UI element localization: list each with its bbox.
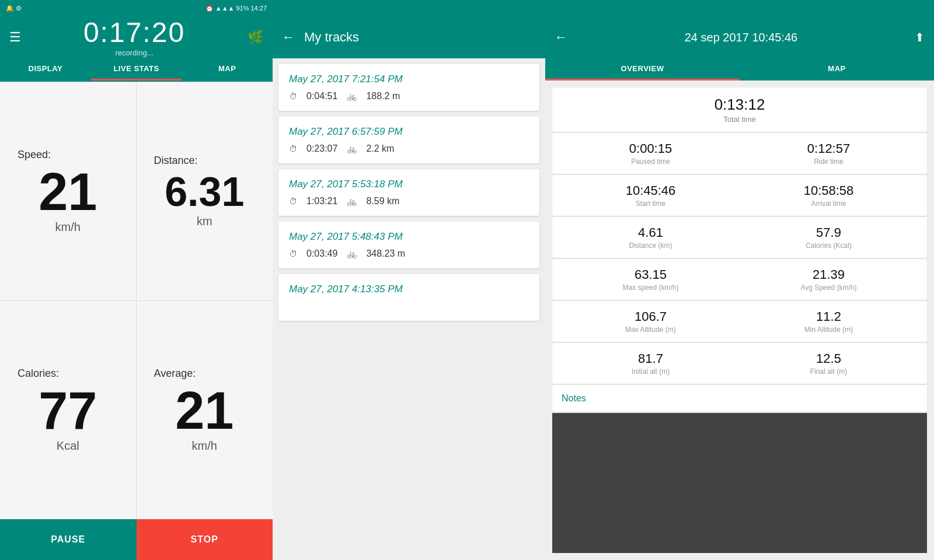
track-date-4: May 27, 2017 4:13:35 PM: [289, 284, 529, 295]
arrival-time-cell: 10:58:58 Arrival time: [740, 183, 918, 208]
initial-alt-label: Initial alt (m): [632, 368, 670, 376]
max-speed-label: Max speed (km/h): [622, 284, 678, 292]
speed-row: 63.15 Max speed (km/h) 21.39 Avg Speed (…: [562, 267, 918, 292]
start-time-label: Start time: [636, 200, 665, 208]
max-altitude-value: 106.7: [635, 309, 667, 324]
clock-icon-1: ⏱: [289, 144, 297, 153]
overview-tabs: OVERVIEW MAP: [545, 58, 934, 80]
track-item-1[interactable]: May 27, 2017 6:57:59 PM ⏱ 0:23:07 🚲 2.2 …: [278, 117, 539, 163]
notes-label[interactable]: Notes: [562, 393, 586, 403]
distance-unit: km: [197, 215, 212, 228]
notes-section[interactable]: Notes: [552, 385, 927, 412]
tab-map-3[interactable]: MAP: [740, 58, 934, 80]
track-item-2[interactable]: May 27, 2017 5:53:18 PM ⏱ 1:03:21 🚲 8.59…: [278, 169, 539, 216]
avg-speed-value: 21.39: [813, 267, 845, 282]
hamburger-icon[interactable]: ☰: [9, 13, 21, 45]
track-date-3: May 27, 2017 5:48:43 PM: [289, 231, 529, 243]
overview-content: 0:13:12 Total time 0:00:15 Paused time 0…: [545, 80, 934, 560]
distance-label: Distance:: [142, 155, 198, 167]
pause-button[interactable]: PAUSE: [0, 519, 137, 560]
max-speed-value: 63.15: [635, 267, 667, 282]
avg-speed-cell: 21.39 Avg Speed (km/h): [740, 267, 918, 292]
bike-icon-1: 🚲: [347, 144, 357, 153]
battery-text: 91%: [236, 5, 249, 12]
time-display-1: 14:27: [250, 5, 267, 12]
recording-label: recording...: [115, 48, 153, 57]
min-altitude-value: 11.2: [816, 309, 841, 324]
altitude-row: 106.7 Max Altitude (m) 11.2 Min Altitude…: [562, 309, 918, 334]
overview-title: 24 sep 2017 10:45:46: [567, 15, 915, 44]
time-details-row: 0:00:15 Paused time 0:12:57 Ride time: [562, 141, 918, 166]
distance-cell: Distance: 6.31 km: [137, 82, 273, 301]
track-distance-2: 8.59 km: [366, 196, 399, 206]
dist-cal-row: 4.61 Distance (km) 57.9 Calories (Kcal): [562, 225, 918, 250]
status-right: ⏰ ▲▲▲ 91% 14:27: [205, 5, 267, 12]
tab-display[interactable]: DISPLAY: [0, 58, 91, 80]
recording-header: 🔔 ⚙ ⏰ ▲▲▲ 91% 14:27 ☰ 0:17:20 recording.…: [0, 0, 273, 58]
paused-time-label: Paused time: [631, 158, 670, 166]
speed-value: 21: [39, 166, 97, 218]
total-time-card: 0:13:12 Total time: [552, 88, 927, 132]
calories-value: 77: [39, 384, 97, 437]
altitude-card: 106.7 Max Altitude (m) 11.2 Min Altitude…: [552, 301, 927, 342]
final-alt-value: 12.5: [816, 351, 841, 366]
max-altitude-cell: 106.7 Max Altitude (m): [562, 309, 740, 334]
track-date-0: May 27, 2017 7:21:54 PM: [289, 74, 529, 85]
calories-unit: Kcal: [57, 439, 79, 453]
signal-icon: ▲▲▲: [215, 5, 235, 12]
overview-header: ▲▲ ⊠⊠ ⚡ 📶 🔋 23:46 ← 24 sep 2017 10:45:46…: [545, 0, 934, 58]
back-button-3[interactable]: ←: [555, 13, 567, 45]
track-stats-0: ⏱ 0:04:51 🚲 188.2 m: [289, 91, 529, 102]
track-stats-3: ⏱ 0:03:49 🚲 348.23 m: [289, 249, 529, 259]
leaf-icon[interactable]: 🌿: [248, 13, 263, 45]
track-item-0[interactable]: May 27, 2017 7:21:54 PM ⏱ 0:04:51 🚲 188.…: [278, 64, 539, 111]
share-icon[interactable]: ⬆: [915, 14, 925, 44]
ride-time-cell: 0:12:57 Ride time: [740, 141, 918, 166]
time-details-card: 0:00:15 Paused time 0:12:57 Ride time: [552, 133, 927, 174]
ride-time-value: 0:12:57: [807, 141, 850, 156]
distance-cell-3: 4.61 Distance (km): [562, 225, 740, 250]
calories-cell: Calories: 77 Kcal: [0, 301, 137, 520]
panel1-tabs: DISPLAY LIVE STATS MAP: [0, 58, 273, 82]
average-unit: km/h: [192, 439, 217, 453]
track-distance-1: 2.2 km: [366, 144, 394, 154]
speed-unit: km/h: [55, 220, 81, 234]
final-alt-cell: 12.5 Final alt (m): [740, 351, 918, 376]
min-altitude-cell: 11.2 Min Altitude (m): [740, 309, 918, 334]
init-final-row: 81.7 Initial alt (m) 12.5 Final alt (m): [562, 351, 918, 376]
overview-panel: ▲▲ ⊠⊠ ⚡ 📶 🔋 23:46 ← 24 sep 2017 10:45:46…: [545, 0, 934, 560]
speed-card: 63.15 Max speed (km/h) 21.39 Avg Speed (…: [552, 259, 927, 300]
dark-bottom-area: [552, 413, 927, 553]
recording-time: 0:17:20: [83, 18, 185, 48]
start-arrival-card: 10:45:46 Start time 10:58:58 Arrival tim…: [552, 175, 927, 216]
action-buttons: PAUSE STOP: [0, 519, 273, 560]
tab-map-1[interactable]: MAP: [182, 58, 273, 80]
speed-cell: Speed: 21 km/h: [0, 82, 137, 301]
track-distance-0: 188.2 m: [366, 91, 400, 102]
clock-icon-3: ⏱: [289, 249, 297, 258]
notification-icon: 🔔: [6, 5, 14, 12]
distance-calories-card: 4.61 Distance (km) 57.9 Calories (Kcal): [552, 217, 927, 258]
track-item-4[interactable]: May 27, 2017 4:13:35 PM: [278, 274, 539, 321]
back-button[interactable]: ←: [282, 13, 295, 45]
bike-icon-2: 🚲: [347, 197, 357, 206]
average-cell: Average: 21 km/h: [137, 301, 273, 520]
track-item-3[interactable]: May 27, 2017 5:48:43 PM ⏱ 0:03:49 🚲 348.…: [278, 222, 539, 268]
track-stats-2: ⏱ 1:03:21 🚲 8.59 km: [289, 196, 529, 206]
track-date-1: May 27, 2017 6:57:59 PM: [289, 126, 529, 138]
tab-live-stats[interactable]: LIVE STATS: [91, 58, 182, 80]
init-final-alt-card: 81.7 Initial alt (m) 12.5 Final alt (m): [552, 343, 927, 384]
speed-label: Speed:: [6, 149, 51, 161]
arrival-time-value: 10:58:58: [804, 183, 854, 198]
stats-grid: Speed: 21 km/h Distance: 6.31 km Calorie…: [0, 82, 273, 519]
track-duration-3: 0:03:49: [306, 249, 337, 259]
status-bar-1: 🔔 ⚙ ⏰ ▲▲▲ 91% 14:27: [0, 0, 273, 16]
track-duration-2: 1:03:21: [306, 196, 337, 206]
track-date-2: May 27, 2017 5:53:18 PM: [289, 178, 529, 190]
track-duration-0: 0:04:51: [306, 91, 337, 102]
final-alt-label: Final alt (m): [810, 368, 847, 376]
stop-button[interactable]: STOP: [137, 519, 273, 560]
average-value: 21: [175, 384, 234, 437]
tab-overview[interactable]: OVERVIEW: [545, 58, 740, 80]
calories-label-3: Calories (Kcal): [806, 242, 852, 250]
